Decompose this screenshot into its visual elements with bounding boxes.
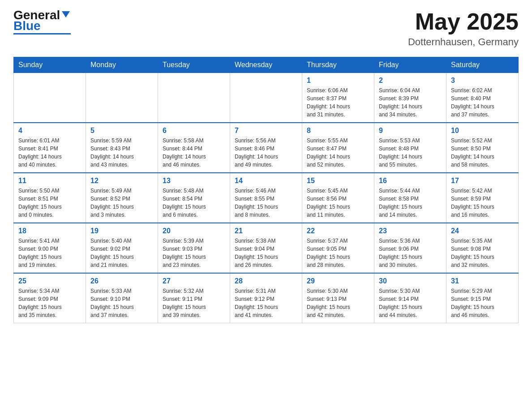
calendar-cell: 4Sunrise: 6:01 AMSunset: 8:41 PMDaylight… — [14, 123, 86, 173]
day-info: Sunrise: 6:06 AMSunset: 8:37 PMDaylight:… — [307, 86, 369, 119]
day-number: 26 — [90, 277, 153, 285]
day-number: 5 — [90, 127, 153, 135]
calendar-cell: 12Sunrise: 5:49 AMSunset: 8:52 PMDayligh… — [86, 173, 158, 223]
weekday-header-row: SundayMondayTuesdayWednesdayThursdayFrid… — [14, 57, 519, 73]
calendar-cell: 31Sunrise: 5:29 AMSunset: 9:15 PMDayligh… — [446, 273, 519, 323]
calendar-cell: 22Sunrise: 5:37 AMSunset: 9:05 PMDayligh… — [302, 223, 374, 273]
day-number: 1 — [307, 77, 369, 85]
weekday-header-wednesday: Wednesday — [230, 57, 302, 73]
calendar-cell: 3Sunrise: 6:02 AMSunset: 8:40 PMDaylight… — [446, 73, 519, 123]
day-info: Sunrise: 5:59 AMSunset: 8:43 PMDaylight:… — [90, 137, 153, 169]
day-info: Sunrise: 6:04 AMSunset: 8:39 PMDaylight:… — [379, 86, 442, 119]
day-info: Sunrise: 5:48 AMSunset: 8:54 PMDaylight:… — [163, 187, 225, 219]
day-info: Sunrise: 5:36 AMSunset: 9:06 PMDaylight:… — [379, 237, 442, 269]
day-number: 11 — [18, 177, 81, 185]
calendar-cell — [14, 73, 86, 123]
calendar-cell: 24Sunrise: 5:35 AMSunset: 9:08 PMDayligh… — [446, 223, 519, 273]
day-info: Sunrise: 5:39 AMSunset: 9:03 PMDaylight:… — [163, 237, 225, 269]
calendar-table: SundayMondayTuesdayWednesdayThursdayFrid… — [13, 57, 519, 323]
day-number: 22 — [307, 227, 369, 235]
day-info: Sunrise: 5:31 AMSunset: 9:12 PMDaylight:… — [235, 287, 297, 319]
day-info: Sunrise: 5:37 AMSunset: 9:05 PMDaylight:… — [307, 237, 369, 269]
calendar-cell: 9Sunrise: 5:53 AMSunset: 8:48 PMDaylight… — [374, 123, 446, 173]
day-number: 18 — [18, 227, 81, 235]
day-info: Sunrise: 5:55 AMSunset: 8:47 PMDaylight:… — [307, 137, 369, 169]
calendar-cell: 10Sunrise: 5:52 AMSunset: 8:50 PMDayligh… — [446, 123, 519, 173]
calendar-week-row: 25Sunrise: 5:34 AMSunset: 9:09 PMDayligh… — [14, 273, 519, 323]
day-info: Sunrise: 5:56 AMSunset: 8:46 PMDaylight:… — [235, 137, 297, 169]
calendar-cell: 2Sunrise: 6:04 AMSunset: 8:39 PMDaylight… — [374, 73, 446, 123]
day-number: 29 — [307, 277, 369, 285]
day-number: 9 — [379, 127, 442, 135]
calendar-cell: 23Sunrise: 5:36 AMSunset: 9:06 PMDayligh… — [374, 223, 446, 273]
day-number: 24 — [451, 227, 514, 235]
day-number: 15 — [307, 177, 369, 185]
day-number: 25 — [18, 277, 81, 285]
logo: General Blue — [13, 9, 71, 34]
day-info: Sunrise: 5:29 AMSunset: 9:15 PMDaylight:… — [451, 287, 514, 319]
day-number: 12 — [90, 177, 153, 185]
day-number: 6 — [163, 127, 225, 135]
weekday-header-thursday: Thursday — [302, 57, 374, 73]
calendar-cell: 16Sunrise: 5:44 AMSunset: 8:58 PMDayligh… — [374, 173, 446, 223]
day-info: Sunrise: 5:50 AMSunset: 8:51 PMDaylight:… — [18, 187, 81, 219]
day-info: Sunrise: 5:58 AMSunset: 8:44 PMDaylight:… — [163, 137, 225, 169]
svg-marker-0 — [62, 11, 70, 17]
day-number: 20 — [163, 227, 225, 235]
calendar-cell: 1Sunrise: 6:06 AMSunset: 8:37 PMDaylight… — [302, 73, 374, 123]
day-number: 16 — [379, 177, 442, 185]
calendar-cell — [230, 73, 302, 123]
calendar-cell: 7Sunrise: 5:56 AMSunset: 8:46 PMDaylight… — [230, 123, 302, 173]
day-info: Sunrise: 5:41 AMSunset: 9:00 PMDaylight:… — [18, 237, 81, 269]
day-info: Sunrise: 5:34 AMSunset: 9:09 PMDaylight:… — [18, 287, 81, 319]
day-info: Sunrise: 5:42 AMSunset: 8:59 PMDaylight:… — [451, 187, 514, 219]
day-info: Sunrise: 6:02 AMSunset: 8:40 PMDaylight:… — [451, 86, 514, 119]
day-info: Sunrise: 5:38 AMSunset: 9:04 PMDaylight:… — [235, 237, 297, 269]
day-number: 3 — [451, 77, 514, 85]
logo-blue-text: Blue — [13, 20, 41, 32]
calendar-cell: 25Sunrise: 5:34 AMSunset: 9:09 PMDayligh… — [14, 273, 86, 323]
logo-underline — [13, 33, 71, 34]
calendar-cell: 29Sunrise: 5:30 AMSunset: 9:13 PMDayligh… — [302, 273, 374, 323]
day-number: 21 — [235, 227, 297, 235]
day-info: Sunrise: 5:32 AMSunset: 9:11 PMDaylight:… — [163, 287, 225, 319]
title-section: May 2025 Dotternhausen, Germany — [408, 9, 519, 48]
day-number: 23 — [379, 227, 442, 235]
calendar-cell: 28Sunrise: 5:31 AMSunset: 9:12 PMDayligh… — [230, 273, 302, 323]
day-info: Sunrise: 5:49 AMSunset: 8:52 PMDaylight:… — [90, 187, 153, 219]
day-number: 14 — [235, 177, 297, 185]
calendar-cell: 27Sunrise: 5:32 AMSunset: 9:11 PMDayligh… — [158, 273, 230, 323]
calendar-week-row: 1Sunrise: 6:06 AMSunset: 8:37 PMDaylight… — [14, 73, 519, 123]
weekday-header-tuesday: Tuesday — [158, 57, 230, 73]
day-number: 27 — [163, 277, 225, 285]
day-info: Sunrise: 5:35 AMSunset: 9:08 PMDaylight:… — [451, 237, 514, 269]
day-number: 31 — [451, 277, 514, 285]
day-info: Sunrise: 5:44 AMSunset: 8:58 PMDaylight:… — [379, 187, 442, 219]
calendar-cell — [158, 73, 230, 123]
day-info: Sunrise: 5:53 AMSunset: 8:48 PMDaylight:… — [379, 137, 442, 169]
calendar-cell: 19Sunrise: 5:40 AMSunset: 9:02 PMDayligh… — [86, 223, 158, 273]
day-number: 7 — [235, 127, 297, 135]
day-number: 4 — [18, 127, 81, 135]
day-info: Sunrise: 5:30 AMSunset: 9:13 PMDaylight:… — [307, 287, 369, 319]
calendar-cell: 14Sunrise: 5:46 AMSunset: 8:55 PMDayligh… — [230, 173, 302, 223]
calendar-cell: 8Sunrise: 5:55 AMSunset: 8:47 PMDaylight… — [302, 123, 374, 173]
day-number: 28 — [235, 277, 297, 285]
calendar-week-row: 11Sunrise: 5:50 AMSunset: 8:51 PMDayligh… — [14, 173, 519, 223]
calendar-cell: 20Sunrise: 5:39 AMSunset: 9:03 PMDayligh… — [158, 223, 230, 273]
calendar-cell: 17Sunrise: 5:42 AMSunset: 8:59 PMDayligh… — [446, 173, 519, 223]
weekday-header-sunday: Sunday — [14, 57, 86, 73]
weekday-header-friday: Friday — [374, 57, 446, 73]
calendar-cell: 6Sunrise: 5:58 AMSunset: 8:44 PMDaylight… — [158, 123, 230, 173]
day-info: Sunrise: 5:30 AMSunset: 9:14 PMDaylight:… — [379, 287, 442, 319]
calendar-cell — [86, 73, 158, 123]
calendar-cell: 13Sunrise: 5:48 AMSunset: 8:54 PMDayligh… — [158, 173, 230, 223]
weekday-header-monday: Monday — [86, 57, 158, 73]
page-header: General Blue May 2025 Dotternhausen, Ger… — [13, 9, 519, 48]
calendar-cell: 5Sunrise: 5:59 AMSunset: 8:43 PMDaylight… — [86, 123, 158, 173]
calendar-week-row: 4Sunrise: 6:01 AMSunset: 8:41 PMDaylight… — [14, 123, 519, 173]
day-number: 10 — [451, 127, 514, 135]
day-info: Sunrise: 5:40 AMSunset: 9:02 PMDaylight:… — [90, 237, 153, 269]
logo-arrow-icon — [61, 9, 71, 19]
day-info: Sunrise: 6:01 AMSunset: 8:41 PMDaylight:… — [18, 137, 81, 169]
